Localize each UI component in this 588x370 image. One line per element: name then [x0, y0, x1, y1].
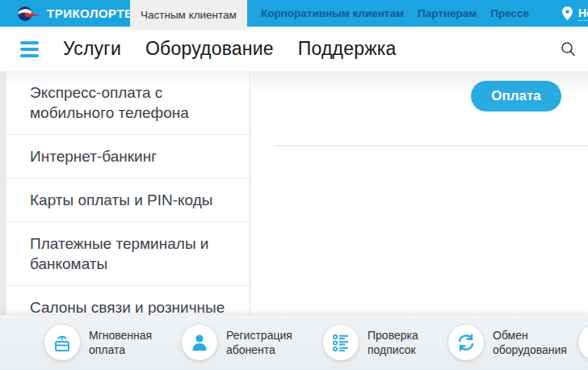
exchange-arrows-icon	[448, 325, 484, 360]
quicklink-label: Обмен оборудования	[493, 328, 569, 357]
quicklink-subscriber-registration[interactable]: Регистрация абонента	[182, 325, 323, 360]
sidebar-item-express-mobile-payment[interactable]: Экспресс-оплата с мобильного телефона	[6, 71, 250, 135]
card-wifi-icon	[44, 325, 80, 360]
quick-links-bar: Мгновенная оплата Регистрация абонента	[0, 315, 588, 370]
content-divider	[275, 145, 588, 146]
tab-partners[interactable]: Партнерам	[418, 0, 477, 27]
region-selector[interactable]: Новосибирск	[562, 0, 588, 27]
nav-item-equipment[interactable]: Оборудование	[145, 38, 274, 60]
tab-label: Частным клиентам	[141, 9, 237, 21]
checklist-icon	[323, 325, 359, 360]
sidebar-item-payment-cards-pin[interactable]: Карты оплаты и PIN-коды	[6, 179, 250, 222]
quicklink-label: Мгновенная оплата	[89, 328, 170, 357]
quicklink-label: Проверка подписок	[368, 328, 448, 357]
sidebar-item-terminals-atms[interactable]: Платежные терминалы и банкоматы	[6, 222, 250, 286]
tab-press[interactable]: Прессе	[490, 0, 529, 27]
sidebar-item-internet-banking[interactable]: Интернет-банкинг	[6, 135, 250, 179]
top-bar: триколортв Частным клиентам Корпоративны…	[0, 0, 588, 27]
pay-button[interactable]: Оплата	[471, 81, 561, 111]
hamburger-menu-icon[interactable]	[20, 38, 39, 61]
quicklink-label: Регистрация абонента	[226, 328, 307, 357]
tricolor-logo[interactable]: триколортв	[0, 0, 130, 27]
quicklink-equipment-exchange[interactable]: Обмен оборудования	[448, 325, 569, 360]
quicklink-instant-payment[interactable]: Мгновенная оплата	[44, 325, 182, 360]
search-icon[interactable]	[561, 41, 576, 57]
quicklink-partial-circle[interactable]	[578, 325, 588, 360]
tab-corporate-clients[interactable]: Корпоративным клиентам	[261, 0, 404, 27]
tab-label: Корпоративным клиентам	[261, 7, 404, 19]
nav-item-services[interactable]: Услуги	[63, 38, 121, 60]
region-name: Новосибирск	[578, 6, 588, 21]
quicklink-check-subscriptions[interactable]: Проверка подписок	[323, 325, 448, 360]
nav-item-support[interactable]: Поддержка	[298, 38, 397, 60]
main-navigation: Услуги Оборудование Поддержка	[0, 27, 588, 71]
tab-label: Партнерам	[418, 7, 477, 19]
tab-label: Прессе	[490, 7, 529, 19]
person-icon	[182, 325, 217, 360]
tricolor-globe-icon	[17, 5, 41, 23]
logo-wordmark: триколортв	[47, 6, 133, 20]
location-pin-icon	[562, 6, 573, 20]
tab-private-clients[interactable]: Частным клиентам	[130, 0, 247, 30]
